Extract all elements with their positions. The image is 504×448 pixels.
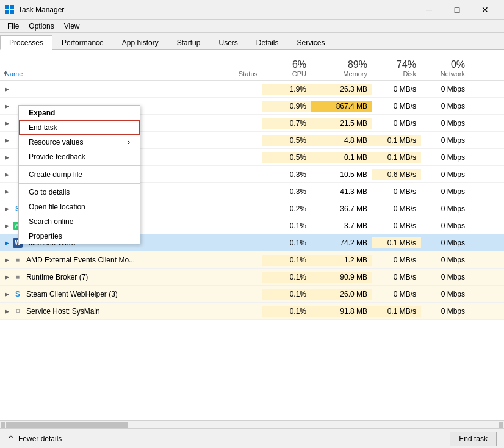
- app-icon: [5, 5, 15, 15]
- ctx-properties[interactable]: Properties: [19, 229, 140, 244]
- end-task-button[interactable]: End task: [450, 432, 497, 446]
- table-row-sysmain[interactable]: ▶ ⚙ Service Host: SysMain 0.1% 91.8 MB 0…: [0, 303, 504, 320]
- cell-memory: 26.0 MB: [311, 289, 372, 300]
- menu-bar: File Options View: [0, 20, 504, 33]
- expand-icon[interactable]: ▶: [5, 120, 9, 126]
- tab-bar: Processes Performance App history Startu…: [0, 33, 504, 50]
- expand-icon[interactable]: ▶: [5, 86, 9, 92]
- title-bar: Task Manager ─ □ ✕: [0, 0, 504, 20]
- table-row[interactable]: ▶ 1.9% 26.3 MB 0 MB/s 0 Mbps: [0, 81, 504, 98]
- cell-name: ▶ ⚙ Service Host: SysMain: [0, 305, 183, 317]
- menu-view[interactable]: View: [59, 21, 85, 32]
- ctx-provide-feedback[interactable]: Provide feedback: [19, 150, 140, 164]
- horizontal-scrollbar[interactable]: [0, 420, 504, 428]
- ctx-end-task[interactable]: End task: [19, 120, 140, 135]
- ctx-separator-2: [19, 183, 140, 184]
- main-content: ▼ Name Status 6% CPU 89% Memory 74% Disk…: [0, 50, 504, 428]
- ctx-search-online[interactable]: Search online: [19, 214, 140, 229]
- cell-name: ▶ ■ Runtime Broker (7): [0, 271, 183, 283]
- cell-cpu: 0.1%: [262, 255, 311, 266]
- minimize-button[interactable]: ─: [415, 0, 443, 20]
- cell-name: ▶ ■ AMD External Events Client Mo...: [0, 254, 183, 266]
- col-header-cpu[interactable]: 6% CPU: [262, 57, 311, 80]
- table-row-amd[interactable]: ▶ ■ AMD External Events Client Mo... 0.1…: [0, 251, 504, 269]
- expand-icon[interactable]: ▶: [5, 189, 9, 195]
- menu-file[interactable]: File: [2, 21, 24, 32]
- h-scroll-thumb[interactable]: [6, 422, 128, 428]
- tab-performance[interactable]: Performance: [52, 35, 113, 49]
- cell-status: [183, 310, 262, 313]
- expand-icon[interactable]: ▶: [5, 137, 9, 143]
- ctx-open-file-location[interactable]: Open file location: [19, 200, 140, 214]
- tab-users[interactable]: Users: [209, 35, 247, 49]
- ctx-resource-values[interactable]: Resource values ›: [19, 135, 140, 150]
- ctx-create-dump[interactable]: Create dump file: [19, 167, 140, 182]
- cell-cpu: 0.5%: [262, 135, 311, 146]
- cell-memory: 0.1 MB: [311, 152, 372, 163]
- cell-disk: 0 MB/s: [372, 203, 421, 214]
- col-header-memory[interactable]: 89% Memory: [311, 57, 372, 80]
- expand-icon[interactable]: ▶: [5, 257, 9, 263]
- cell-disk: 0 MB/s: [372, 84, 421, 95]
- cell-status: [183, 225, 262, 227]
- cell-status: [183, 242, 262, 244]
- cell-cpu: 0.3%: [262, 169, 311, 180]
- col-header-status[interactable]: Status: [183, 68, 262, 80]
- tab-services[interactable]: Services: [288, 35, 334, 49]
- ctx-expand[interactable]: Expand: [19, 106, 140, 120]
- table-body: Expand End task Resource values › Provid…: [0, 81, 504, 420]
- table-header: ▼ Name Status 6% CPU 89% Memory 74% Disk…: [0, 50, 504, 81]
- cell-network: 0 Mbps: [421, 272, 470, 283]
- ctx-go-to-details[interactable]: Go to details: [19, 185, 140, 200]
- cell-network: 0 Mbps: [421, 118, 470, 129]
- cell-disk: 0 MB/s: [372, 255, 421, 266]
- table-row-steam-webhelper[interactable]: ▶ S Steam Client WebHelper (3) 0.1% 26.0…: [0, 286, 504, 303]
- cell-name: ▶: [0, 83, 183, 95]
- expand-icon[interactable]: ▶: [5, 240, 9, 246]
- svg-rect-1: [10, 5, 14, 9]
- cell-disk: 0 MB/s: [372, 186, 421, 197]
- cell-name: ▶ S Steam Client WebHelper (3): [0, 288, 183, 300]
- maximize-button[interactable]: □: [443, 0, 471, 20]
- cell-network: 0 Mbps: [421, 84, 470, 95]
- h-scroll-right-btn[interactable]: [499, 422, 503, 428]
- cell-memory: 26.3 MB: [311, 84, 372, 95]
- cell-disk: 0.6 MB/s: [372, 169, 421, 180]
- expand-icon[interactable]: ▶: [5, 274, 9, 280]
- fewer-details-button[interactable]: ⌃ Fewer details: [7, 434, 62, 444]
- table-row-runtime-broker[interactable]: ▶ ■ Runtime Broker (7) 0.1% 90.9 MB 0 MB…: [0, 269, 504, 286]
- cell-memory: 10.5 MB: [311, 169, 372, 180]
- tab-app-history[interactable]: App history: [113, 35, 168, 49]
- col-header-network[interactable]: 0% Network: [421, 57, 470, 80]
- cell-disk: 0 MB/s: [372, 289, 421, 300]
- tab-processes[interactable]: Processes: [0, 35, 52, 50]
- ctx-separator-1: [19, 165, 140, 166]
- col-header-name[interactable]: ▼ Name: [0, 68, 183, 80]
- menu-options[interactable]: Options: [24, 21, 59, 32]
- cell-network: 0 Mbps: [421, 135, 470, 146]
- col-header-disk[interactable]: 74% Disk: [372, 57, 421, 80]
- expand-icon[interactable]: ▶: [5, 154, 9, 161]
- expand-icon[interactable]: ▶: [5, 223, 9, 229]
- window-controls: ─ □ ✕: [415, 0, 499, 20]
- cell-status: [183, 88, 262, 90]
- cell-memory: 74.2 MB: [311, 237, 372, 248]
- expand-icon[interactable]: ▶: [5, 103, 9, 109]
- expand-icon[interactable]: ▶: [5, 308, 9, 314]
- cell-network: 0 Mbps: [421, 203, 470, 214]
- expand-icon[interactable]: ▶: [5, 206, 9, 212]
- cell-status: [183, 122, 262, 125]
- cell-network: 0 Mbps: [421, 169, 470, 180]
- cell-network: 0 Mbps: [421, 152, 470, 163]
- tab-details[interactable]: Details: [247, 35, 288, 49]
- cell-memory: 1.2 MB: [311, 255, 372, 266]
- cell-network: 0 Mbps: [421, 255, 470, 266]
- expand-icon[interactable]: ▶: [5, 291, 9, 297]
- cell-network: 0 Mbps: [421, 289, 470, 300]
- close-button[interactable]: ✕: [471, 0, 499, 20]
- cell-disk: 0.1 MB/s: [372, 237, 421, 248]
- cell-network: 0 Mbps: [421, 186, 470, 197]
- cell-memory: 4.8 MB: [311, 135, 372, 146]
- expand-icon[interactable]: ▶: [5, 172, 9, 178]
- tab-startup[interactable]: Startup: [168, 35, 210, 49]
